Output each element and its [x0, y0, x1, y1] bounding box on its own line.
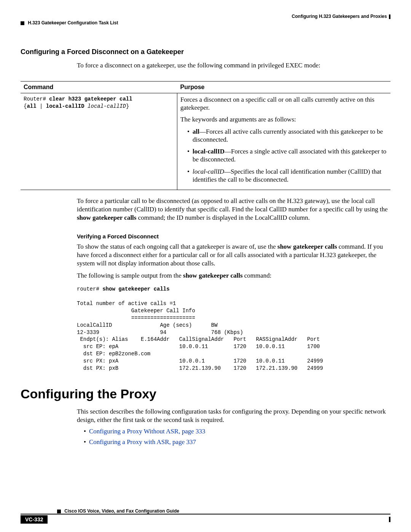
- command-cell: Router# clear h323 gatekeeper call {all …: [21, 93, 177, 190]
- page: Configuring H.323 Gatekeepers and Proxie…: [0, 0, 411, 532]
- link-proxy-with-asr[interactable]: Configuring a Proxy with ASR, page 337: [89, 438, 196, 446]
- col-purpose: Purpose: [177, 81, 391, 93]
- purpose-p1: Forces a disconnect on a specific call o…: [180, 96, 387, 112]
- footer-bottom: VC-332: [21, 514, 390, 523]
- after-table-para: To force a particular call to be disconn…: [77, 197, 390, 222]
- section-heading-2: Configuring the Proxy: [21, 387, 390, 401]
- section-heading-1: Configuring a Forced Disconnect on a Gat…: [21, 48, 390, 56]
- purpose-cell: Forces a disconnect on a specific call o…: [177, 93, 391, 190]
- terminal-body: Total number of active calls =1 Gatekeep…: [77, 300, 323, 371]
- verify-p2: The following is sample output from the …: [77, 272, 390, 280]
- cmd-bold: clear h323 gatekeeper call: [49, 96, 132, 102]
- command-table: Command Purpose Router# clear h323 gatek…: [21, 81, 390, 190]
- table-header-row: Command Purpose: [21, 81, 390, 93]
- verify-p1: To show the status of each ongoing call …: [77, 243, 390, 267]
- header-chapter: Configuring H.323 Gatekeepers and Proxie…: [292, 14, 390, 19]
- header-chapter-text: Configuring H.323 Gatekeepers and Proxie…: [292, 14, 387, 19]
- footer-guide-text: Cisco IOS Voice, Video, and Fax Configur…: [64, 508, 179, 514]
- xref-item: Configuring a Proxy Without ASR, page 33…: [84, 428, 390, 435]
- page-footer: Cisco IOS Voice, Video, and Fax Configur…: [21, 508, 390, 523]
- footer-bar-icon: [389, 517, 390, 522]
- cmd-prompt: Router#: [24, 96, 49, 102]
- purpose-p2: The keywords and arguments are as follow…: [180, 115, 387, 123]
- table-row: Router# clear h323 gatekeeper call {all …: [21, 93, 390, 190]
- xref-list: Configuring a Proxy Without ASR, page 33…: [77, 428, 390, 446]
- square-icon: [57, 510, 61, 513]
- terminal-cmd: show gatekeeper calls: [102, 286, 169, 292]
- footer-guide-line: Cisco IOS Voice, Video, and Fax Configur…: [21, 508, 390, 514]
- page-number: VC-332: [21, 515, 48, 524]
- link-proxy-without-asr[interactable]: Configuring a Proxy Without ASR, page 33…: [89, 428, 205, 435]
- purpose-bullets: all—Forces all active calls currently as…: [180, 128, 387, 184]
- header-bar-icon: [389, 14, 390, 19]
- bullet-item: local-callID—Specifies the local call id…: [187, 168, 387, 184]
- header-breadcrumb-text: H.323 Gatekeeper Configuration Task List: [28, 20, 118, 26]
- col-command: Command: [21, 81, 177, 93]
- section1-intro: To force a disconnect on a gatekeeper, u…: [77, 61, 390, 70]
- bullet-item: all—Forces all active calls currently as…: [187, 128, 387, 144]
- header-breadcrumb: H.323 Gatekeeper Configuration Task List: [21, 20, 118, 26]
- terminal-prompt: router#: [77, 286, 102, 292]
- terminal-output: router# show gatekeeper calls Total numb…: [77, 286, 390, 372]
- sub-heading-verify: Verifying a Forced Disconnect: [77, 233, 390, 240]
- bullet-item: local-callID—Forces a single active call…: [187, 147, 387, 164]
- square-icon: [21, 21, 24, 25]
- xref-item: Configuring a Proxy with ASR, page 337: [84, 438, 390, 446]
- section2-intro: This section describes the following con…: [77, 407, 390, 424]
